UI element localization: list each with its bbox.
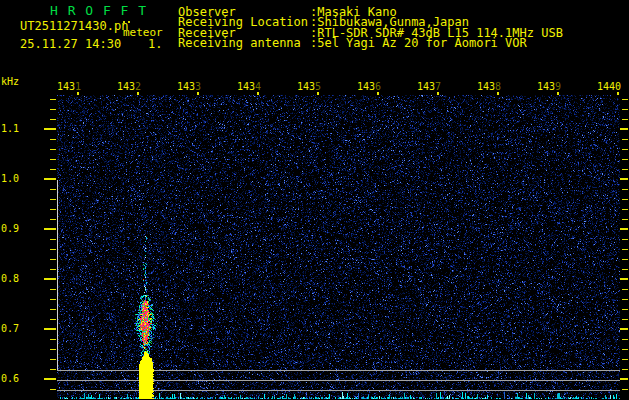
y-axis-minor-tick <box>622 389 628 390</box>
y-axis-minor-tick <box>50 239 56 240</box>
y-axis-minor-tick <box>622 149 628 150</box>
y-axis-minor-tick <box>622 119 628 120</box>
y-axis-minor-tick <box>50 159 56 160</box>
x-axis-label: 1436 <box>357 82 381 92</box>
y-axis-minor-tick <box>50 319 56 320</box>
y-axis-label: 0.6 <box>1 374 19 384</box>
filename-label: UT2511271430.pn <box>20 20 128 32</box>
y-axis-minor-tick <box>622 299 628 300</box>
hrofft-screen: H R O F F T UT2511271430.pn meteor 25.11… <box>0 0 629 400</box>
y-axis-minor-tick <box>622 269 628 270</box>
y-axis-major-tick <box>44 328 56 330</box>
y-axis-minor-tick <box>622 289 628 290</box>
y-axis-minor-tick <box>622 239 628 240</box>
datetime-label: 25.11.27 14:30 <box>20 38 121 50</box>
counter-label: 1. <box>148 38 162 50</box>
y-axis-label: 0.7 <box>1 324 19 334</box>
y-axis-minor-tick <box>622 99 628 100</box>
y-axis-label: 0.8 <box>1 274 19 284</box>
y-axis-minor-tick <box>50 149 56 150</box>
y-axis-minor-tick <box>622 169 628 170</box>
y-axis-minor-tick <box>622 369 628 370</box>
x-axis-label: 1431 <box>57 82 81 92</box>
y-axis-major-tick <box>44 278 56 280</box>
y-axis-major-tick <box>44 228 56 230</box>
y-axis-major-tick <box>619 128 628 130</box>
y-axis-minor-tick <box>622 219 628 220</box>
x-axis-label: 1438 <box>477 82 501 92</box>
y-axis-minor-tick <box>622 189 628 190</box>
x-axis-label: 1434 <box>237 82 261 92</box>
y-axis-minor-tick <box>50 219 56 220</box>
y-axis-minor-tick <box>50 119 56 120</box>
y-axis-minor-tick <box>50 199 56 200</box>
y-axis-minor-tick <box>50 369 56 370</box>
y-axis-minor-tick <box>50 269 56 270</box>
y-axis-minor-tick <box>622 309 628 310</box>
y-axis-label: 1.1 <box>1 124 19 134</box>
y-axis-minor-tick <box>622 319 628 320</box>
y-axis-minor-tick <box>50 139 56 140</box>
y-axis-minor-tick <box>50 259 56 260</box>
y-axis-label: 1.0 <box>1 174 19 184</box>
y-axis-minor-tick <box>622 209 628 210</box>
y-axis-minor-tick <box>50 169 56 170</box>
x-axis-label: 1433 <box>177 82 201 92</box>
y-axis-minor-tick <box>50 359 56 360</box>
y-axis-minor-tick <box>50 339 56 340</box>
g-remnant-dots <box>123 21 125 23</box>
spectrogram-canvas <box>57 95 620 399</box>
y-axis-minor-tick <box>50 389 56 390</box>
y-axis-minor-tick <box>50 349 56 350</box>
y-axis-unit: kHz <box>1 77 19 87</box>
y-axis-minor-tick <box>622 349 628 350</box>
x-axis-label: 1437 <box>417 82 441 92</box>
y-axis-minor-tick <box>622 249 628 250</box>
x-axis-label: 1440 <box>597 82 621 92</box>
x-axis-label: 1432 <box>117 82 141 92</box>
header-field-value: :5el Yagi Az 20 for Aomori VOR <box>310 37 527 49</box>
y-axis-minor-tick <box>622 259 628 260</box>
x-axis-label: 1435 <box>297 82 321 92</box>
y-axis-minor-tick <box>50 109 56 110</box>
y-axis-minor-tick <box>50 189 56 190</box>
y-axis-major-tick <box>619 378 628 380</box>
y-axis-minor-tick <box>622 359 628 360</box>
y-axis-minor-tick <box>50 249 56 250</box>
y-axis-minor-tick <box>50 289 56 290</box>
y-axis-major-tick <box>44 128 56 130</box>
y-axis-major-tick <box>619 228 628 230</box>
y-axis-major-tick <box>44 378 56 380</box>
y-axis-minor-tick <box>50 309 56 310</box>
y-axis-minor-tick <box>622 199 628 200</box>
header-field-label: Receiving antenna <box>178 37 301 49</box>
x-axis-label: 1439 <box>537 82 561 92</box>
y-axis-minor-tick <box>622 339 628 340</box>
y-axis-major-tick <box>619 278 628 280</box>
y-axis-minor-tick <box>622 109 628 110</box>
y-axis-minor-tick <box>50 99 56 100</box>
y-axis-minor-tick <box>50 209 56 210</box>
y-axis-label: 0.9 <box>1 224 19 234</box>
y-axis-major-tick <box>619 178 628 180</box>
y-axis-minor-tick <box>622 139 628 140</box>
y-axis-major-tick <box>619 328 628 330</box>
y-axis-minor-tick <box>50 299 56 300</box>
app-title: H R O F F T <box>50 4 147 17</box>
y-axis-minor-tick <box>622 159 628 160</box>
y-axis-major-tick <box>44 178 56 180</box>
